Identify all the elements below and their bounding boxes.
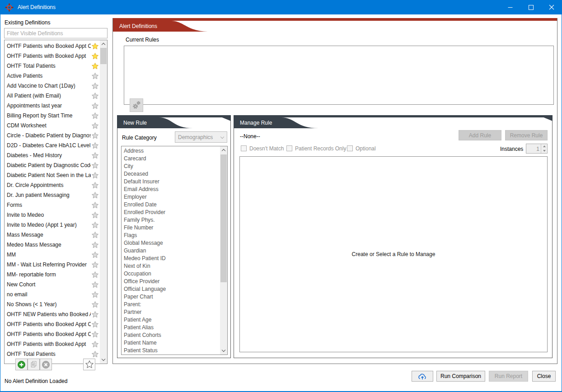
category-list-item[interactable]: File Number [122,224,220,232]
category-list-item[interactable]: Next of Kin [122,262,220,270]
star-icon[interactable] [91,320,99,328]
definition-list-item[interactable]: Medeo Mass Message [5,240,99,250]
star-icon[interactable] [91,201,99,209]
scroll-up-arrow-icon[interactable] [220,146,227,154]
star-icon[interactable] [91,271,99,279]
category-list-item[interactable]: Global Message [122,239,220,247]
definition-list-item[interactable]: OHTF Patients who Booked Appt Onl... [5,319,99,329]
definitions-scrollbar[interactable] [100,40,107,364]
definition-list-item[interactable]: MM- reportable form [5,270,99,280]
star-icon[interactable] [91,52,99,60]
maximize-button[interactable] [520,0,541,14]
category-list-item[interactable]: Patient Age [122,316,220,324]
star-icon[interactable] [91,251,99,259]
category-scrollbar[interactable] [220,146,227,355]
definition-list-item[interactable]: OHTF NEW Patients who Booked Ap... [5,309,99,319]
star-icon[interactable] [91,221,99,229]
minimize-button[interactable] [500,0,520,14]
upload-button[interactable] [412,371,433,382]
definition-list-item[interactable]: Circle - Diabetic Patient by Diagnosti..… [5,131,99,140]
close-button[interactable]: Close [532,371,556,382]
star-icon[interactable] [91,102,99,110]
category-list-item[interactable]: Email Address [122,186,220,193]
category-list-item[interactable]: Guardian [122,247,220,255]
definition-list-item[interactable]: CDM Worksheet [5,121,99,131]
definition-list-item[interactable]: OHTF Patients who Booked Appt Onl... [5,329,99,339]
definition-list-item[interactable]: New Cohort [5,280,99,289]
category-list-item[interactable]: Paper Chart [122,293,220,301]
configure-rules-button[interactable] [130,98,143,112]
star-icon[interactable] [91,231,99,239]
category-list-item[interactable]: Official Language [122,285,220,293]
star-icon[interactable] [91,92,99,100]
star-icon[interactable] [91,280,99,289]
scroll-up-arrow-icon[interactable] [100,40,107,47]
star-icon[interactable] [91,72,99,80]
category-list-item[interactable]: Enrolled Date [122,201,220,209]
patient-records-only-checkbox[interactable] [286,145,292,151]
definition-list-item[interactable]: D2D - Diabetes Care HbA1C Level N... [5,140,99,150]
star-icon[interactable] [91,42,99,50]
favorite-toggle-button[interactable] [83,359,95,370]
optional-checkbox[interactable] [347,145,353,151]
category-list-item[interactable]: Deceased [122,170,220,178]
definition-list-item[interactable]: Dr. Jun patient Messaging [5,190,99,200]
scroll-down-arrow-icon[interactable] [220,347,227,355]
scrollbar-thumb[interactable] [100,48,107,64]
definition-list-item[interactable]: Diabetes - Med History [5,150,99,160]
add-rule-button[interactable]: Add Rule [459,130,501,140]
star-icon[interactable] [91,112,99,120]
definition-list-item[interactable]: Dr. Circle Appointments [5,180,99,190]
star-icon[interactable] [91,151,99,159]
definition-list-item[interactable]: MM [5,250,99,260]
copy-definition-button[interactable] [28,359,40,370]
stepper-down-button[interactable] [541,149,548,153]
star-icon[interactable] [91,141,99,149]
definition-list-item[interactable]: OHTF Total Patients [5,349,99,359]
category-list-item[interactable]: Partner [122,308,220,316]
add-definition-button[interactable] [15,359,28,370]
category-list-item[interactable]: Patient Name [122,339,220,347]
definition-list-item[interactable]: Billing Report by Start Time [5,111,99,121]
category-list-item[interactable]: Medeo Patient ID [122,255,220,262]
run-comparison-button[interactable]: Run Comparison [436,371,485,382]
definition-list-item[interactable]: Active Patients [5,71,99,81]
scroll-down-arrow-icon[interactable] [100,356,107,364]
scrollbar-thumb[interactable] [220,154,227,282]
definition-list-item[interactable]: Invite to Medeo (Appt 1 year) [5,220,99,230]
definition-list-item[interactable]: OHTF Patients with Booked Appt [5,51,99,61]
doesnt-match-checkbox[interactable] [241,145,247,151]
category-list-item[interactable]: Flags [122,232,220,239]
star-icon[interactable] [91,300,99,308]
star-icon[interactable] [91,241,99,249]
rule-category-dropdown[interactable]: Demographics [175,131,227,143]
definition-list-item[interactable]: no email [5,289,99,299]
definition-list-item[interactable]: OHTF Patients with Booked Appt [5,339,99,349]
category-list-item[interactable]: Patient Alias [122,324,220,331]
run-report-button[interactable]: Run Report [489,371,528,382]
category-list-item[interactable]: Office Provider [122,278,220,285]
star-icon[interactable] [91,191,99,199]
definition-list-item[interactable]: Add Vaccine to Chart (1Day) [5,81,99,91]
star-icon[interactable] [91,82,99,90]
category-list-item[interactable]: Patient Status [122,347,220,355]
category-list-item[interactable]: Parent: [122,301,220,308]
star-icon[interactable] [91,310,99,318]
star-icon[interactable] [91,171,99,179]
definition-list-item[interactable]: Diabetic Patient by Diagnostic Code [5,160,99,170]
category-list-item[interactable]: Employer [122,193,220,201]
star-icon[interactable] [91,290,99,299]
star-icon[interactable] [91,211,99,219]
category-list-item[interactable]: Enrolled Provider [122,209,220,216]
star-icon[interactable] [91,121,99,130]
definition-list-item[interactable]: Forms [5,200,99,210]
star-icon[interactable] [91,340,99,348]
star-icon[interactable] [91,350,99,358]
definition-list-item[interactable]: All Patient (with Email) [5,91,99,101]
definition-list-item[interactable]: Mass Message [5,230,99,240]
category-list-item[interactable]: Address [122,147,220,155]
definition-list-item[interactable]: Diabetic Patient Not Seen in the Last ..… [5,170,99,180]
definition-list-item[interactable]: No Shows (< 1 Year) [5,299,99,309]
delete-definition-button[interactable] [40,359,52,370]
star-icon[interactable] [91,181,99,189]
